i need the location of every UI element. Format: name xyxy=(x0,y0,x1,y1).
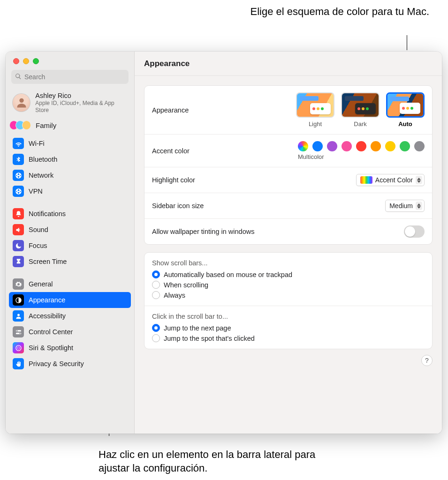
highlight-row: Highlight color Accent Color xyxy=(144,167,432,193)
accent-swatch-gray[interactable] xyxy=(414,141,425,151)
appearance-option-dark[interactable]: Dark xyxy=(341,92,380,128)
sidebar-size-row: Sidebar icon size Medium xyxy=(144,193,432,219)
scrollbars-option-1[interactable]: When scrolling xyxy=(152,281,425,289)
accent-colors: Multicolor xyxy=(298,141,425,160)
sidebar-item-label: Network xyxy=(29,172,53,179)
search-field[interactable] xyxy=(11,70,129,84)
family-row[interactable]: Family xyxy=(6,118,134,133)
accent-swatch-orange[interactable] xyxy=(371,141,381,151)
scrollbars-radios: Automatically based on mouse or trackpad… xyxy=(152,270,425,299)
sidebar-item-privacy-security[interactable]: Privacy & Security xyxy=(9,356,131,372)
chevron-up-down-icon xyxy=(416,202,422,210)
radio-icon xyxy=(152,334,160,342)
sidebar-item-general[interactable]: General xyxy=(9,276,131,292)
settings-window: Ashley Rico Apple ID, iCloud+, Media & A… xyxy=(6,52,442,434)
account-name: Ashley Rico xyxy=(35,91,128,100)
titlebar: Appearance xyxy=(135,52,442,76)
siri-icon xyxy=(13,342,24,353)
radio-label: Automatically based on mouse or trackpad xyxy=(164,271,292,278)
sidebar-item-label: VPN xyxy=(29,188,43,195)
search-input[interactable] xyxy=(24,73,125,81)
accent-selected-label: Multicolor xyxy=(298,153,324,160)
scrollclick-row: Click in the scroll bar to... Jump to th… xyxy=(144,306,432,349)
sidebar-item-wi-fi[interactable]: Wi-Fi xyxy=(9,135,131,151)
sidebar-item-network[interactable]: Network xyxy=(9,167,131,183)
search-icon xyxy=(15,73,22,81)
callout-line-top xyxy=(407,35,407,50)
sidebar-item-label: General xyxy=(29,280,53,288)
sidebar: Ashley Rico Apple ID, iCloud+, Media & A… xyxy=(6,52,135,434)
sidebar-item-accessibility[interactable]: Accessibility xyxy=(9,308,131,324)
sidebar-size-value: Medium xyxy=(389,202,413,210)
sidebar-item-vpn[interactable]: VPN xyxy=(9,183,131,199)
speaker-icon xyxy=(13,224,24,235)
sidebar-item-label: Sound xyxy=(29,226,48,233)
help-button[interactable]: ? xyxy=(421,355,433,366)
sidebar-item-sound[interactable]: Sound xyxy=(9,222,131,238)
tinting-toggle[interactable] xyxy=(404,225,425,238)
callout-top: Elige el esquema de color para tu Mac. xyxy=(232,5,429,19)
globe-icon xyxy=(13,170,24,181)
sidebar-item-siri-spotlight[interactable]: Siri & Spotlight xyxy=(9,340,131,356)
radio-icon xyxy=(152,281,160,289)
accent-swatch-pink[interactable] xyxy=(342,141,352,151)
accent-swatch-blue[interactable] xyxy=(312,141,323,151)
highlight-value: Accent Color xyxy=(375,176,413,184)
appearance-thumb-dark xyxy=(341,92,380,118)
family-avatars xyxy=(12,120,31,130)
sidebar-item-bluetooth[interactable]: Bluetooth xyxy=(9,151,131,167)
callout-bottom: Haz clic en un elemento en la barra late… xyxy=(99,448,333,475)
contrast-icon xyxy=(13,294,24,306)
sidebar-size-popup[interactable]: Medium xyxy=(385,200,425,212)
accent-swatch-yellow[interactable] xyxy=(385,141,395,151)
sidebar-item-focus[interactable]: Focus xyxy=(9,238,131,254)
highlight-row-label: Highlight color xyxy=(152,176,195,184)
scrollclick-heading: Click in the scroll bar to... xyxy=(152,313,425,320)
scrollclick-option-1[interactable]: Jump to the spot that's clicked xyxy=(152,334,425,342)
scrollclick-option-0[interactable]: Jump to the next page xyxy=(152,324,425,332)
radio-icon xyxy=(152,291,160,299)
highlight-swatch xyxy=(360,176,372,184)
sidebar-item-label: Wi-Fi xyxy=(29,140,45,147)
scrollbars-option-0[interactable]: Automatically based on mouse or trackpad xyxy=(152,270,425,278)
appearance-option-light[interactable]: Light xyxy=(296,92,334,128)
sidebar-item-label: Notifications xyxy=(29,210,66,218)
bell-icon xyxy=(13,208,24,219)
sidebar-item-label: Siri & Spotlight xyxy=(29,344,73,352)
sidebar-item-notifications[interactable]: Notifications xyxy=(9,206,131,222)
sidebar-item-appearance[interactable]: Appearance xyxy=(9,292,131,308)
accent-swatch-multicolor[interactable] xyxy=(298,141,308,151)
appearance-row: Appearance LightDarkAuto xyxy=(144,86,432,135)
account-row[interactable]: Ashley Rico Apple ID, iCloud+, Media & A… xyxy=(6,89,134,117)
radio-label: Jump to the spot that's clicked xyxy=(164,335,255,342)
highlight-popup[interactable]: Accent Color xyxy=(356,174,425,186)
sidebar-item-label: Control Center xyxy=(29,328,73,336)
zoom-button[interactable] xyxy=(33,58,39,64)
radio-label: Jump to the next page xyxy=(164,324,231,332)
globe-icon xyxy=(13,186,24,197)
accent-swatch-green[interactable] xyxy=(400,141,410,151)
chevron-up-down-icon xyxy=(416,176,422,184)
scrollbars-row: Show scroll bars... Automatically based … xyxy=(144,253,432,306)
appearance-option-label: Auto xyxy=(398,120,412,128)
sidebar-item-control-center[interactable]: Control Center xyxy=(9,324,131,340)
minimize-button[interactable] xyxy=(23,58,29,64)
hand-icon xyxy=(13,358,24,369)
switches-icon xyxy=(13,326,24,338)
page-title: Appearance xyxy=(144,59,190,68)
appearance-row-label: Appearance xyxy=(152,106,189,114)
bluetooth-icon xyxy=(13,154,24,165)
sidebar-item-label: Screen Time xyxy=(29,258,67,265)
wifi-icon xyxy=(13,138,24,149)
accent-row: Accent color Multicolor xyxy=(144,135,432,167)
appearance-thumb-light xyxy=(296,92,334,118)
sidebar-item-label: Accessibility xyxy=(29,312,66,320)
sidebar-item-label: Focus xyxy=(29,242,47,249)
appearance-option-label: Dark xyxy=(354,120,366,128)
scrollbars-option-2[interactable]: Always xyxy=(152,291,425,299)
accent-swatch-red[interactable] xyxy=(356,141,366,151)
appearance-option-auto[interactable]: Auto xyxy=(386,92,425,128)
accent-swatch-purple[interactable] xyxy=(327,141,337,151)
close-button[interactable] xyxy=(13,58,19,64)
sidebar-item-screen-time[interactable]: Screen Time xyxy=(9,254,131,270)
